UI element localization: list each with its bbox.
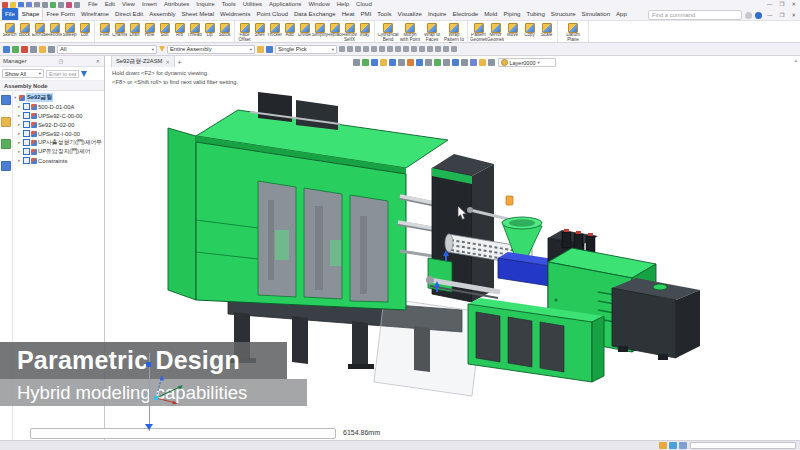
tree-node[interactable]: ▸ 500-D-01-00A <box>14 102 103 111</box>
expand-icon[interactable]: ▸ <box>18 122 22 127</box>
view-icon[interactable] <box>398 59 405 66</box>
find-command-input[interactable] <box>648 10 742 20</box>
ribbon-button[interactable]: Rib <box>172 22 187 43</box>
tab-close-icon[interactable]: ✕ <box>165 59 169 65</box>
snap-icon[interactable] <box>355 46 361 52</box>
ribbon-button[interactable]: Copy <box>521 22 538 43</box>
snap-icon[interactable] <box>411 46 417 52</box>
tree-node[interactable]: ▸ Constraints <box>14 156 103 165</box>
dimension-endpoint[interactable] <box>146 362 151 367</box>
tool-icon[interactable] <box>266 46 273 53</box>
show-all-dropdown[interactable]: Show All▾ <box>2 69 44 78</box>
ribbon-button[interactable]: Slot <box>157 22 172 43</box>
snap-icon[interactable] <box>443 46 449 52</box>
manager-tab-icon[interactable] <box>1 95 11 105</box>
quick-access-icon[interactable] <box>2 2 8 8</box>
visibility-checkbox[interactable] <box>23 139 30 146</box>
filter-dropdown[interactable]: All▾ <box>57 45 157 54</box>
ribbon-button[interactable]: Block <box>17 22 32 43</box>
view-icon[interactable] <box>353 59 360 66</box>
ribbon-tab[interactable]: Tools <box>374 8 394 20</box>
tree-node[interactable]: ▸ UPSe92-I-00-00 <box>14 129 103 138</box>
ribbon-tab[interactable]: Assembly <box>146 8 178 20</box>
view-icon[interactable] <box>443 59 450 66</box>
view-icon[interactable] <box>425 59 432 66</box>
ribbon-button[interactable]: Draft <box>127 22 142 43</box>
visibility-checkbox[interactable] <box>23 157 30 164</box>
ribbon-button[interactable]: Face Offset <box>237 22 252 43</box>
quick-access-icon[interactable] <box>10 2 16 8</box>
snap-icon[interactable] <box>419 46 425 52</box>
manager-tab-icon[interactable] <box>1 117 11 127</box>
ribbon-button[interactable]: Move <box>504 22 521 43</box>
snap-icon[interactable] <box>379 46 385 52</box>
view-icon[interactable] <box>380 59 387 66</box>
ribbon-button[interactable]: Add <box>282 22 297 43</box>
user-account-icon[interactable] <box>755 12 762 19</box>
ribbon-tab[interactable]: Electrode <box>450 8 482 20</box>
snap-icon[interactable] <box>347 46 353 52</box>
pick-mode-dropdown[interactable]: Single Pick▾ <box>275 45 337 54</box>
expand-icon[interactable]: ▸ <box>18 113 22 118</box>
document-tab[interactable]: Se92급형-Z2ASM ✕ <box>111 55 175 67</box>
expand-icon[interactable]: ▾ <box>14 95 18 100</box>
visibility-checkbox[interactable] <box>23 130 30 137</box>
view-icon[interactable] <box>434 59 441 66</box>
ribbon-tab[interactable]: Data Exchange <box>291 8 339 20</box>
ribbon-button[interactable]: Inlay <box>357 22 372 43</box>
quick-access-icon[interactable] <box>74 2 80 8</box>
ribbon-tab[interactable]: Visualize <box>395 8 425 20</box>
tool-icon[interactable] <box>21 46 28 53</box>
view-icon[interactable] <box>389 59 396 66</box>
pin-icon[interactable]: ◳ <box>57 58 64 64</box>
ribbon-button[interactable]: Remove SelfX <box>342 22 357 43</box>
ribbon-tab[interactable]: Piping <box>500 8 523 20</box>
ribbon-button[interactable]: Shell <box>252 22 267 43</box>
doc-minimize-icon[interactable]: — <box>765 11 775 20</box>
help-icon[interactable] <box>745 12 752 19</box>
new-tab-button[interactable]: + <box>178 58 182 67</box>
manager-tab-icon[interactable] <box>1 161 11 171</box>
ribbon-button[interactable]: Morph with Point <box>399 22 421 43</box>
view-icon[interactable] <box>461 59 468 66</box>
ribbon-tab[interactable]: Inquire <box>425 8 450 20</box>
filter-funnel-icon[interactable] <box>159 46 165 52</box>
visibility-checkbox[interactable] <box>23 103 30 110</box>
view-icon[interactable] <box>479 59 486 66</box>
ribbon-button[interactable]: Simplify <box>312 22 327 43</box>
tool-icon[interactable] <box>3 46 10 53</box>
ribbon-button[interactable]: Stock <box>217 22 232 43</box>
ribbon-button[interactable]: Thicken <box>267 22 282 43</box>
layer-dropdown[interactable]: Layer0000 ▾ <box>498 58 556 67</box>
ribbon-button[interactable]: Wrap Pattern to Face <box>443 22 465 43</box>
tree-root-node[interactable]: ▾ Se92급형 <box>14 93 103 102</box>
snap-icon[interactable] <box>371 46 377 52</box>
tree-node[interactable]: ▸ UP유압장치(門)제어 <box>14 147 103 156</box>
snap-icon[interactable] <box>339 46 345 52</box>
quick-access-icon[interactable] <box>58 2 64 8</box>
snap-icon[interactable] <box>451 46 457 52</box>
expand-icon[interactable]: ▸ <box>18 158 22 163</box>
tool-icon[interactable] <box>257 46 264 53</box>
ribbon-button[interactable]: Hole <box>142 22 157 43</box>
tree-search-input[interactable] <box>46 70 79 78</box>
command-prompt-input[interactable] <box>30 428 336 439</box>
ribbon-tab[interactable]: Mold <box>481 8 500 20</box>
ribbon-button[interactable]: Mirror Geometry <box>487 22 504 43</box>
minimize-icon[interactable]: — <box>765 0 775 9</box>
panel-close-icon[interactable]: ✕ <box>95 58 101 64</box>
visibility-checkbox[interactable] <box>23 121 30 128</box>
doc-close-icon[interactable]: ✕ <box>789 11 798 20</box>
ribbon-button[interactable]: Scale <box>538 22 555 43</box>
ribbon-tab[interactable]: Structure <box>548 8 579 20</box>
ribbon-button[interactable]: Sketch <box>2 22 17 43</box>
ribbon-tab[interactable]: Wireframe <box>78 8 112 20</box>
status-icon[interactable] <box>659 442 667 449</box>
ribbon-tab[interactable]: Sheet Metal <box>179 8 218 20</box>
ribbon-button[interactable]: Cylindrical Bend <box>377 22 399 43</box>
quick-access-icon[interactable] <box>66 2 72 8</box>
snap-icon[interactable] <box>363 46 369 52</box>
status-icon[interactable] <box>679 442 687 449</box>
ribbon-button[interactable]: Pattern Geometry <box>470 22 487 43</box>
doc-restore-icon[interactable]: ❐ <box>777 11 786 20</box>
